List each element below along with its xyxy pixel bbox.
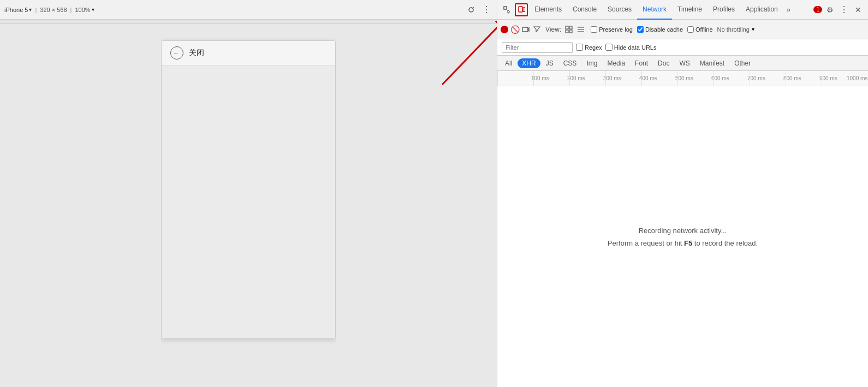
screenshot-button[interactable] xyxy=(521,25,530,34)
filter-toggle-button[interactable] xyxy=(532,25,541,34)
recording-hint: Perform a request or hit F5 to record th… xyxy=(608,239,758,247)
devtools-tabs-toolbar: Elements Console Sources Network Timelin… xyxy=(497,0,868,20)
view-label: View: xyxy=(545,26,561,33)
devtools-tabs-container: Elements Console Sources Network Timelin… xyxy=(529,0,810,20)
device-selector[interactable]: iPhone 5 ▾ xyxy=(4,7,32,13)
regex-option[interactable]: Regex xyxy=(576,44,602,51)
regex-checkbox[interactable] xyxy=(576,44,583,51)
device-toolbar-icon[interactable] xyxy=(515,3,528,16)
type-tab-manifest[interactable]: Manifest xyxy=(695,58,729,68)
zoom-selector[interactable]: 100% ▾ xyxy=(75,7,94,13)
filter-input[interactable] xyxy=(502,42,573,53)
type-tab-doc[interactable]: Doc xyxy=(653,58,674,68)
more-options-icon[interactable]: ⋮ xyxy=(480,4,492,16)
network-content-area: Recording network activity... Perform a … xyxy=(497,86,868,387)
svg-line-2 xyxy=(442,14,497,85)
dimension-separator: | xyxy=(35,7,37,13)
svg-rect-8 xyxy=(566,26,568,29)
settings-icon[interactable]: ⚙ xyxy=(823,3,836,16)
zoom-level: 100% xyxy=(75,7,90,13)
back-button[interactable]: ← xyxy=(170,46,183,59)
phone-content xyxy=(162,66,335,338)
device-chevron: ▾ xyxy=(29,7,32,13)
offline-option[interactable]: Offline xyxy=(687,26,713,33)
svg-rect-4 xyxy=(519,7,522,12)
devtools-panel: Elements Console Sources Network Timelin… xyxy=(497,0,868,387)
filter-bar: Regex Hide data URLs xyxy=(497,39,868,56)
svg-point-0 xyxy=(469,8,473,12)
tab-sources[interactable]: Sources xyxy=(602,0,637,20)
svg-rect-6 xyxy=(522,27,528,32)
view-icons xyxy=(563,24,586,35)
tab-console[interactable]: Console xyxy=(567,0,602,20)
type-tab-all[interactable]: All xyxy=(501,58,516,68)
grid-view-icon[interactable] xyxy=(563,24,574,35)
svg-rect-9 xyxy=(569,26,572,29)
type-tab-css[interactable]: CSS xyxy=(559,58,581,68)
preserve-log-checkbox[interactable] xyxy=(591,26,597,33)
throttling-chevron[interactable]: ▾ xyxy=(752,26,754,32)
recording-text: Recording network activity... xyxy=(639,227,727,235)
hide-data-urls-checkbox[interactable] xyxy=(605,44,613,51)
tick-1000ms: 1000 ms xyxy=(847,75,867,81)
hide-data-urls-option[interactable]: Hide data URLs xyxy=(605,44,657,51)
no-throttling: No throttling xyxy=(717,26,750,33)
devtools-more-icon[interactable]: ⋮ xyxy=(837,3,851,16)
f5-key: F5 xyxy=(684,239,692,247)
preserve-log-option[interactable]: Preserve log xyxy=(591,26,633,33)
tab-elements[interactable]: Elements xyxy=(529,0,567,20)
phone-header: ← 关闭 xyxy=(162,41,335,66)
disable-cache-option[interactable]: Disable cache xyxy=(637,26,683,33)
svg-rect-10 xyxy=(566,30,568,33)
type-tab-other[interactable]: Other xyxy=(730,58,755,68)
type-tab-img[interactable]: Img xyxy=(582,58,602,68)
tab-overflow[interactable]: » xyxy=(783,0,794,20)
svg-rect-5 xyxy=(523,8,525,11)
timeline-bar: 100 ms 200 ms 300 ms 400 ms 500 ms 600 m… xyxy=(497,71,868,86)
offline-checkbox[interactable] xyxy=(687,26,694,33)
device-name: iPhone 5 xyxy=(4,7,28,13)
element-picker-icon[interactable] xyxy=(501,3,514,16)
svg-marker-7 xyxy=(528,28,529,31)
dimensions: 320 × 568 xyxy=(40,7,67,13)
svg-rect-11 xyxy=(569,30,572,33)
tab-network[interactable]: Network xyxy=(637,0,672,20)
type-tab-xhr[interactable]: XHR xyxy=(518,58,540,68)
mobile-emulator: iPhone 5 ▾ | 320 × 568 | 100% ▾ ⋮ xyxy=(0,0,497,387)
tab-application[interactable]: Application xyxy=(740,0,783,20)
zoom-chevron: ▾ xyxy=(92,7,94,13)
tab-profiles[interactable]: Profiles xyxy=(708,0,740,20)
type-tab-ws[interactable]: WS xyxy=(675,58,694,68)
error-badge: 1 xyxy=(813,6,822,13)
list-view-icon[interactable] xyxy=(575,24,586,35)
dim-separator: | xyxy=(70,7,72,13)
scroll-indicator-bar xyxy=(0,20,497,24)
phone-title: 关闭 xyxy=(189,48,204,58)
type-tab-font[interactable]: Font xyxy=(631,58,652,68)
network-toolbar: 🚫 View: xyxy=(497,20,868,39)
emulator-toolbar: iPhone 5 ▾ | 320 × 568 | 100% ▾ ⋮ xyxy=(0,0,497,20)
back-arrow-icon: ← xyxy=(173,49,180,57)
phone-frame: ← 关闭 xyxy=(161,40,336,339)
type-tab-js[interactable]: JS xyxy=(542,58,558,68)
record-button[interactable] xyxy=(501,26,508,33)
rotate-icon[interactable] xyxy=(465,4,477,16)
clear-button[interactable]: 🚫 xyxy=(510,25,519,34)
network-type-tabs: All XHR JS CSS Img Media Font Doc xyxy=(497,56,868,71)
devtools-right-icons: 1 ⚙ ⋮ ✕ xyxy=(811,3,865,16)
phone-container: ← 关闭 xyxy=(161,24,336,387)
disable-cache-checkbox[interactable] xyxy=(637,26,644,33)
close-devtools-icon[interactable]: ✕ xyxy=(852,3,865,16)
tab-timeline[interactable]: Timeline xyxy=(672,0,708,20)
svg-rect-3 xyxy=(504,7,507,9)
type-tab-media[interactable]: Media xyxy=(603,58,629,68)
